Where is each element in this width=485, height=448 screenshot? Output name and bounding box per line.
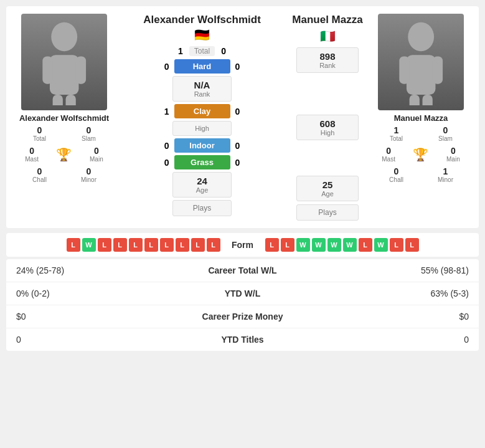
right-stat-minor: 1 Minor	[422, 166, 469, 183]
left-age-box: 24 Age	[172, 172, 232, 198]
indoor-right-val: 0	[235, 141, 240, 151]
left-stat-total: 0 Total	[16, 125, 63, 142]
right-ytd-titles: 0	[311, 335, 469, 345]
hard-row: 0 Hard 0	[120, 59, 285, 74]
left-form-badge-l: L	[207, 238, 220, 252]
age-row: 24 Age	[172, 172, 232, 198]
indoor-left-val: 0	[164, 141, 169, 151]
left-age-lbl: Age	[179, 186, 225, 194]
right-player-flag: 🇮🇹	[320, 29, 336, 44]
svg-rect-5	[65, 95, 75, 105]
clay-right-val: 0	[235, 107, 240, 117]
clay-left-val: 1	[164, 107, 169, 117]
right-total-val: 0	[221, 46, 226, 56]
trophy-icon-right: 🏆	[413, 147, 428, 162]
left-stat-chall: 0 Chall	[16, 166, 63, 183]
right-prize: $0	[311, 312, 469, 322]
clay-row: 1 Clay 0	[120, 104, 285, 118]
svg-rect-2	[42, 56, 52, 83]
svg-point-0	[51, 22, 77, 52]
left-rank-val: N/A	[179, 80, 225, 90]
left-career-wl: 24% (25-78)	[16, 265, 174, 275]
right-career-wl: 55% (98-81)	[311, 265, 469, 275]
right-player-card: Manuel Mazza 1 Total 0 Slam 0 Mast 🏆	[368, 14, 474, 221]
right-rank-val: 898	[303, 51, 352, 62]
left-form-badge-l: L	[191, 238, 205, 252]
ytd-wl-label: YTD W/L	[174, 288, 311, 298]
right-high-box: 608 High	[296, 115, 359, 140]
right-form-badge-l: L	[359, 238, 372, 252]
svg-rect-10	[409, 95, 419, 105]
ytd-titles-label: YTD Titles	[174, 335, 311, 345]
left-stat-mast: 0 Mast	[25, 146, 39, 163]
total-label: Total	[189, 46, 215, 56]
left-form-badge-l: L	[113, 238, 127, 252]
svg-rect-7	[407, 55, 436, 95]
right-stat-main: 0 Main	[446, 146, 460, 163]
hard-right-val: 0	[235, 62, 240, 72]
career-wl-label: Career Total W/L	[174, 265, 311, 275]
right-rank-lbl: Rank	[303, 62, 352, 69]
left-ytd-titles: 0	[16, 335, 174, 345]
right-age-box: 25 Age	[296, 176, 359, 201]
left-stat-main: 0 Main	[90, 146, 103, 163]
high-row-center: High	[172, 121, 232, 136]
right-form-badge-w: W	[296, 238, 310, 252]
left-player-stats-2: 0 Chall 0 Minor	[11, 164, 117, 186]
right-plays-lbl: Plays	[303, 208, 352, 217]
left-form-badge-l: L	[160, 238, 174, 252]
left-rank-lbl: Rank	[179, 90, 225, 98]
center-column: Alexander Wolfschmidt 🇩🇪 1 Total 0 0 Har…	[117, 14, 287, 221]
svg-rect-4	[52, 95, 62, 105]
right-stat-mast: 0 Mast	[382, 146, 395, 163]
left-player-stats: 0 Total 0 Slam	[11, 123, 117, 145]
left-plays-box: Plays	[172, 200, 232, 216]
grass-right-val: 0	[235, 158, 240, 168]
hard-button: Hard	[174, 59, 230, 74]
ytd-wl-row: 0% (0-2) YTD W/L 63% (5-3)	[6, 282, 479, 305]
left-stat-minor: 0 Minor	[65, 166, 112, 183]
right-rank-box: 898 Rank	[296, 47, 359, 73]
left-player-card: Alexander Wolfschmidt 0 Total 0 Slam 0 M…	[11, 14, 117, 221]
right-high-lbl: High	[303, 129, 352, 136]
total-row: 1 Total 0	[178, 46, 226, 56]
right-form-badge-l: L	[390, 238, 403, 252]
left-form-badge-l: L	[176, 238, 189, 252]
svg-rect-11	[422, 95, 432, 105]
left-player-avatar	[21, 14, 107, 110]
left-ytd-wl: 0% (0-2)	[16, 288, 174, 298]
left-high-lbl: High	[186, 125, 219, 132]
left-form-badge-l: L	[98, 238, 111, 252]
prize-label: Career Prize Money	[174, 312, 311, 322]
svg-point-6	[408, 22, 434, 52]
left-plays-lbl: Plays	[186, 204, 219, 212]
svg-rect-3	[76, 56, 86, 83]
left-form-badges: LWLLLLLLLL	[14, 238, 220, 252]
grass-left-val: 0	[164, 158, 169, 168]
comparison-panel: Alexander Wolfschmidt 0 Total 0 Slam 0 M…	[6, 6, 479, 228]
hard-left-val: 0	[164, 62, 169, 72]
left-rank-box: N/A Rank	[172, 76, 232, 102]
rank-row: N/A Rank	[172, 76, 232, 102]
svg-rect-1	[50, 55, 79, 95]
right-form-badge-w: W	[312, 238, 326, 252]
left-trophy-section: 0 Mast 🏆 0 Main	[11, 145, 117, 164]
trophy-icon-left: 🏆	[56, 147, 72, 162]
right-stat-total: 1 Total	[373, 125, 420, 142]
right-age-val: 25	[303, 179, 352, 190]
right-player-stats: 1 Total 0 Slam	[368, 123, 474, 145]
center-header: Alexander Wolfschmidt 🇩🇪	[143, 14, 261, 42]
left-total-val: 1	[178, 46, 183, 56]
grass-button: Grass	[174, 155, 230, 169]
career-wl-row: 24% (25-78) Career Total W/L 55% (98-81)	[6, 259, 479, 282]
right-form-badges: LLWWWWLWLL	[265, 238, 472, 252]
right-stat-chall: 0 Chall	[373, 166, 420, 183]
grass-row: 0 Grass 0	[120, 155, 285, 169]
clay-button: Clay	[174, 104, 230, 118]
plays-row: Plays	[172, 200, 232, 216]
right-form-badge-w: W	[343, 238, 357, 252]
right-trophy-section: 0 Mast 🏆 0 Main	[368, 145, 474, 164]
right-form-badge-l: L	[265, 238, 279, 252]
right-plays-box: Plays	[296, 204, 359, 221]
form-label: Form	[224, 240, 261, 250]
